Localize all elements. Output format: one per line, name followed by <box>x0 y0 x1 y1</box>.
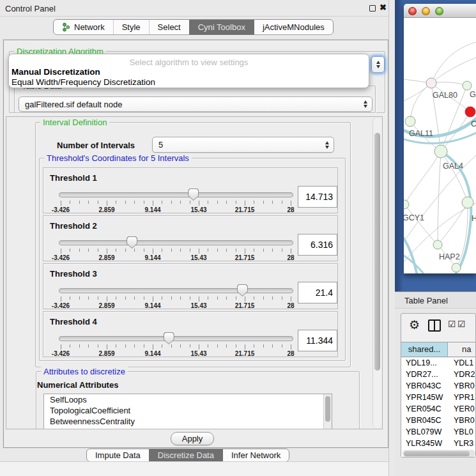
slider-tick-label: 2.859 <box>88 254 126 261</box>
threshold-slider[interactable]: -3.4262.8599.14415.4321.71528 <box>59 188 293 213</box>
slider-tick-label: 2.859 <box>88 350 126 357</box>
network-node-gal80[interactable] <box>426 78 436 88</box>
cell-name[interactable]: YDL1 <box>448 358 476 369</box>
settings-vertical-scrollbar[interactable] <box>372 118 381 428</box>
cell-name[interactable]: YER0 <box>448 404 476 415</box>
table-horizontal-scrollbar[interactable] <box>403 450 475 457</box>
cell-shared-name[interactable]: YLR345W <box>401 438 448 450</box>
checkbox-icon[interactable]: ☑ <box>448 319 456 329</box>
cell-name[interactable]: YBL0 <box>448 427 476 438</box>
network-view-window[interactable]: GAL80GACGAL11GAL4GCY1HHAP2 <box>404 4 476 273</box>
popup-option-equal-width[interactable]: Equal Width/Frequency Discretization <box>12 77 155 87</box>
attribute-list-item[interactable]: TopologicalCoefficient <box>44 405 332 416</box>
cell-shared-name[interactable]: YBR043C <box>401 381 448 392</box>
gear-icon[interactable]: ⚙ <box>409 318 420 332</box>
threshold-value-field[interactable] <box>298 186 337 208</box>
table-row[interactable]: YDL19...YDL1 <box>401 358 476 369</box>
network-window-titlebar[interactable] <box>404 4 476 18</box>
algorithm-combobox-stepper[interactable] <box>371 56 385 73</box>
slider-thumb[interactable] <box>164 332 174 344</box>
network-node-gal11[interactable] <box>405 116 415 127</box>
cell-name[interactable]: YBR0 <box>448 381 476 392</box>
numerical-attributes-list[interactable]: SelfLoopsTopologicalCoefficientBetweenne… <box>43 394 332 429</box>
tab-select[interactable]: Select <box>149 20 189 35</box>
threshold-slider[interactable]: -3.4262.8599.14415.4321.71528 <box>59 236 293 261</box>
threshold-value-field[interactable] <box>298 282 337 303</box>
table-rows: YDL19...YDL1YDR27...YDR2YBR043CYBR0YPR14… <box>401 358 476 457</box>
network-node-gcy1[interactable] <box>404 200 409 209</box>
tab-infer-network[interactable]: Infer Network <box>222 449 289 461</box>
slider-thumb[interactable] <box>188 188 199 201</box>
column-header-name[interactable]: na <box>448 342 476 357</box>
cell-name[interactable]: YPR1 <box>448 392 476 404</box>
popup-option-manual-discretization[interactable]: Manual Discretization <box>12 67 100 77</box>
attributes-list-scrollbar[interactable] <box>323 394 332 429</box>
column-header-shared-name[interactable]: shared... <box>401 342 448 357</box>
cell-name[interactable]: YDR2 <box>448 369 476 381</box>
attribute-list-item[interactable]: BetweennessCentrality <box>44 416 332 427</box>
slider-thumb[interactable] <box>127 236 137 249</box>
slider-thumb[interactable] <box>237 284 248 296</box>
slider-tick-label: 15.43 <box>180 206 218 213</box>
network-node-ga[interactable] <box>463 81 472 90</box>
network-node-h[interactable] <box>462 197 473 208</box>
table-row[interactable]: YLR345WYLR3 <box>401 438 476 450</box>
network-node-gal4[interactable] <box>434 145 447 158</box>
threshold-slider[interactable]: -3.4262.8599.14415.4321.71528 <box>59 332 293 357</box>
cell-shared-name[interactable]: YER054C <box>401 404 448 415</box>
cyni-bottom-tabbar: Impute DataDiscretize DataInfer Network <box>86 449 289 462</box>
slider-tick-label: -3.426 <box>42 302 80 309</box>
network-node-c[interactable] <box>465 107 475 117</box>
table-row[interactable]: YBR043CYBR0 <box>401 381 476 392</box>
tab-network[interactable]: Network <box>54 20 113 35</box>
close-traffic-light-icon[interactable] <box>408 7 417 15</box>
table-row[interactable]: YER054CYER0 <box>401 404 476 415</box>
table-row[interactable]: YPR145WYPR1 <box>401 392 476 404</box>
control-panel-titlebar: Control Panel ✖ <box>0 0 391 17</box>
network-node[interactable] <box>452 263 461 272</box>
table-row[interactable]: YDR27...YDR2 <box>401 369 476 381</box>
tab-style[interactable]: Style <box>113 20 149 35</box>
threshold-slider[interactable]: -3.4262.8599.14415.4321.71528 <box>59 284 293 309</box>
slider-tick-label: 15.43 <box>180 302 218 309</box>
threshold-value-field[interactable] <box>298 234 337 256</box>
stepper-up-icon <box>376 61 380 64</box>
threshold-label: Threshold 1 <box>50 173 97 183</box>
table-row[interactable]: YBR045CYBR0 <box>401 415 476 427</box>
table-panel-header: Table Panel <box>395 291 476 309</box>
stepper-down-icon <box>376 65 380 68</box>
cell-shared-name[interactable]: YBR045C <box>401 415 448 427</box>
cell-name[interactable]: YBR0 <box>448 415 476 427</box>
panel-divider[interactable] <box>388 0 395 476</box>
tab-discretize-data[interactable]: Discretize Data <box>149 449 222 461</box>
tab-label: jActiveMNodules <box>263 22 325 32</box>
cell-shared-name[interactable]: YBL079W <box>401 427 448 438</box>
minimize-traffic-light-icon[interactable] <box>422 7 430 15</box>
zoom-traffic-light-icon[interactable] <box>435 7 443 15</box>
settings-scrollpane: Interval Definition Number of Intervals … <box>6 116 383 429</box>
slider-tick-label: 2.859 <box>88 206 126 213</box>
apply-button[interactable]: Apply <box>171 432 214 445</box>
network-node-hap2[interactable] <box>433 240 442 249</box>
cell-shared-name[interactable]: YDR27... <box>401 369 448 381</box>
split-columns-icon[interactable] <box>428 319 441 332</box>
slider-tick-label: -3.426 <box>42 254 80 261</box>
threshold-value-field[interactable] <box>298 330 337 351</box>
cell-shared-name[interactable]: YDL19... <box>401 358 448 369</box>
network-view-area: GAL80GACGAL11GAL4GCY1HHAP2 <box>395 0 476 291</box>
checkbox-icon[interactable]: ☑ <box>457 319 466 329</box>
cell-name[interactable]: YLR3 <box>448 438 476 450</box>
cell-shared-name[interactable]: YPR145W <box>401 392 448 404</box>
table-row[interactable]: YBL079WYBL0 <box>401 427 476 438</box>
table-data-combobox[interactable]: galFiltered.sif default node <box>19 96 372 112</box>
number-of-intervals-label: Number of Intervals <box>57 141 135 150</box>
number-of-intervals-combobox[interactable]: 5 <box>152 137 334 153</box>
tab-impute-data[interactable]: Impute Data <box>87 449 149 461</box>
close-icon[interactable]: ✖ <box>380 3 387 12</box>
attribute-list-item[interactable]: SelfLoops <box>44 394 332 405</box>
float-window-icon[interactable] <box>369 5 376 12</box>
tab-jactivemnodules[interactable]: jActiveMNodules <box>254 20 333 35</box>
network-canvas[interactable]: GAL80GACGAL11GAL4GCY1HHAP2 <box>404 18 476 273</box>
tab-cyni-toolbox[interactable]: Cyni Toolbox <box>189 20 254 35</box>
slider-tick-label: 9.144 <box>134 302 172 309</box>
